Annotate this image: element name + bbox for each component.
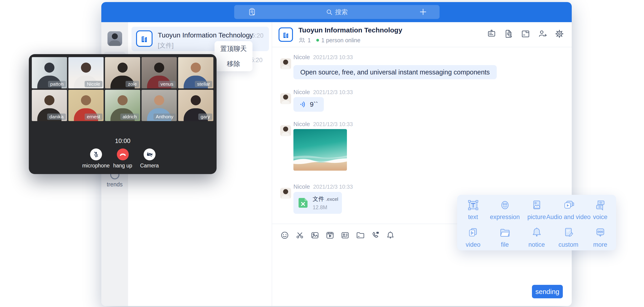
file-size: 12.8M <box>312 204 338 211</box>
message-time: 2021/12/3 10:33 <box>313 54 353 60</box>
members-icon <box>298 37 305 44</box>
send-button[interactable]: sending <box>532 285 563 298</box>
mic-muted-icon <box>92 151 100 158</box>
panel-item-file[interactable]: file <box>489 226 521 250</box>
top-bar: 搜索 <box>101 2 572 22</box>
participant-tile: stellar <box>178 57 213 88</box>
folder-icon[interactable] <box>355 230 365 240</box>
panel-item-custom[interactable]: custom <box>552 226 584 250</box>
sender-avatar[interactable] <box>280 93 291 104</box>
microphone-button[interactable] <box>90 148 102 160</box>
panel-label: video <box>466 241 480 248</box>
search-placeholder: 搜索 <box>335 8 348 16</box>
chat-subtitle: 1 1 person online <box>298 37 360 44</box>
avatar-body <box>281 195 290 199</box>
add-icon[interactable] <box>418 7 428 16</box>
image-icon[interactable] <box>310 230 320 240</box>
voice-wave-icon <box>299 101 307 108</box>
voice-duration: 9`` <box>310 101 318 108</box>
participant-name: danika <box>47 113 66 120</box>
participant-name: venus <box>158 81 176 87</box>
participant-name: zole <box>126 81 139 87</box>
menu-item-pin-chat[interactable]: 置顶聊天 <box>214 41 252 56</box>
contact-card-icon[interactable] <box>340 230 350 240</box>
camera-button[interactable] <box>144 148 156 160</box>
group-files-icon[interactable] <box>520 28 531 39</box>
more-icon <box>593 226 608 240</box>
chat-history-search-icon[interactable] <box>503 28 514 39</box>
participant-name: patton <box>48 81 66 87</box>
video-clip-icon[interactable] <box>325 230 335 240</box>
participant-name: aldrich <box>120 113 139 120</box>
user-avatar[interactable] <box>108 31 122 46</box>
message-meta: Nicole2021/12/3 10:33 <box>294 121 353 128</box>
text-message-bubble[interactable]: Open source, free, and universal instant… <box>294 65 497 79</box>
avatar-head <box>283 189 288 194</box>
sender-name: Nicole <box>294 183 310 190</box>
image-message[interactable] <box>294 129 347 171</box>
panel-label: Audio and video <box>546 214 591 221</box>
message-meta: Nicole2021/12/3 10:33 <box>294 183 353 190</box>
message-text: Open source, free, and universal instant… <box>300 68 490 76</box>
notice-bell-icon <box>530 226 544 240</box>
online-status: 1 person online <box>321 37 360 44</box>
file-extension: .excel <box>326 196 338 202</box>
voice-icon <box>593 198 608 212</box>
panel-label: picture <box>527 214 546 221</box>
participant-name: gary <box>198 113 212 120</box>
excel-file-icon <box>297 196 309 210</box>
message-time: 2021/12/3 10:33 <box>313 121 353 127</box>
participant-tile: patton <box>32 57 67 88</box>
panel-item-text[interactable]: text <box>457 198 489 226</box>
settings-gear-icon[interactable] <box>554 28 565 39</box>
add-member-icon[interactable] <box>537 28 548 39</box>
panel-label: voice <box>593 214 608 221</box>
microphone-control[interactable]: microphone <box>82 148 109 169</box>
sender-avatar[interactable] <box>280 188 291 199</box>
hangup-button[interactable] <box>117 148 129 160</box>
panel-label: more <box>593 241 608 248</box>
search-field[interactable]: 搜索 <box>234 5 440 19</box>
beach-photo <box>294 129 347 171</box>
panel-item-audio-video[interactable]: Audio and video <box>552 198 584 226</box>
panel-item-expression[interactable]: expression <box>489 198 521 226</box>
video-call-icon[interactable] <box>370 230 380 240</box>
hangup-control[interactable]: hang up <box>109 148 136 169</box>
custom-icon <box>562 226 576 240</box>
search-icon <box>326 9 333 15</box>
voice-message-bubble[interactable]: 9`` <box>294 97 324 112</box>
file-name: 文件 <box>312 196 324 202</box>
notification-bell-icon[interactable] <box>385 230 396 240</box>
chat-header: Tuoyun Information Technology 1 1 person… <box>272 22 572 47</box>
panel-item-more[interactable]: more <box>584 226 616 250</box>
panel-label: notice <box>528 241 545 248</box>
member-count: 1 <box>308 37 311 44</box>
emoji-icon[interactable] <box>280 230 290 240</box>
participant-tile: Anthony <box>142 90 177 121</box>
screenshot-scissors-icon[interactable] <box>295 230 305 240</box>
panel-label: file <box>501 241 509 248</box>
panel-item-video[interactable]: video <box>457 226 489 250</box>
participant-grid: patton Nicole zole venus stellar danika … <box>32 57 214 121</box>
file-message-bubble[interactable]: 文件 .excel 12.8M <box>294 192 342 214</box>
menu-item-remove[interactable]: 移除 <box>214 56 252 71</box>
avatar-head <box>112 33 118 39</box>
audio-video-icon <box>562 198 576 212</box>
search-bar[interactable]: 搜索 <box>234 5 440 19</box>
camera-control[interactable]: Camera <box>136 148 163 169</box>
participant-name: stellar <box>195 81 212 87</box>
avatar-head <box>283 60 288 65</box>
sender-avatar[interactable] <box>280 125 291 136</box>
message-time: 2021/12/3 10:33 <box>313 89 353 95</box>
panel-item-voice[interactable]: voice <box>584 198 616 226</box>
building-icon <box>139 33 150 44</box>
participant-tile: gary <box>178 90 213 121</box>
panel-item-notice[interactable]: notice <box>521 226 552 250</box>
panel-item-picture[interactable]: picture <box>521 198 552 226</box>
sender-avatar[interactable] <box>280 58 291 69</box>
announcement-icon[interactable] <box>486 28 497 39</box>
participant-name: Anthony <box>154 113 176 120</box>
send-button-label: sending <box>535 288 560 296</box>
message-meta: Nicole2021/12/3 10:33 <box>294 54 353 61</box>
call-controls: microphone hang up Camera <box>29 148 216 169</box>
